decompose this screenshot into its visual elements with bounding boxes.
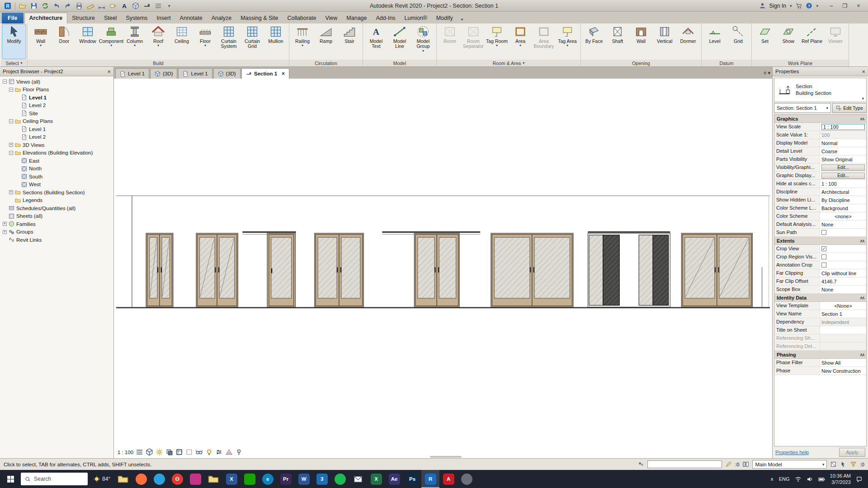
ribbon-tab-insert[interactable]: Insert [152, 13, 175, 23]
property-value[interactable]: <None> [820, 302, 866, 310]
taskbar-item-premiere[interactable]: Pr [277, 470, 295, 488]
ribbon-tab-add-ins[interactable]: Add-Ins [372, 13, 400, 23]
ribbon-tab-massing-site[interactable]: Massing & Site [236, 13, 283, 23]
taskbar-item-edge[interactable]: e [259, 470, 277, 488]
group-header-graphics[interactable]: Graphics∧∧ [774, 115, 866, 123]
view-tab-3d[interactable]: {3D} [150, 68, 177, 79]
sign-in-caret-icon[interactable]: ▾ [790, 4, 792, 8]
property-value[interactable]: None [820, 286, 866, 293]
view-tab-3d[interactable]: {3D} [213, 68, 241, 79]
area-button[interactable]: Area▾ [509, 24, 532, 59]
volume-icon[interactable] [807, 476, 813, 483]
property-value[interactable] [820, 334, 866, 342]
tag-by-category-button[interactable] [108, 1, 118, 10]
property-value[interactable]: By Discipline [820, 196, 866, 204]
wall-button[interactable]: Wall [629, 24, 653, 59]
ribbon-tab-analyze[interactable]: Analyze [207, 13, 236, 23]
taskbar-item-app-x[interactable]: X [222, 470, 241, 488]
checkbox-unchecked-icon[interactable] [821, 263, 826, 267]
ceiling-button[interactable]: Ceiling [170, 24, 193, 59]
property-value[interactable]: Clip without line [820, 269, 866, 277]
temporary-view-properties-icon[interactable] [215, 448, 223, 456]
component-button[interactable]: Component▾ [99, 24, 123, 59]
editable-only-icon[interactable] [725, 461, 732, 468]
taskbar-item-opera[interactable]: O [168, 470, 186, 488]
exclude-options-icon[interactable] [830, 461, 837, 468]
ramp-button[interactable]: Ramp [314, 24, 338, 59]
ribbon-tab-architecture[interactable]: Architecture [24, 13, 68, 23]
default-3d-view-button[interactable] [131, 1, 141, 10]
type-selector-preview[interactable]: Section Building Section ▾ [774, 78, 867, 102]
press-drag-icon[interactable] [840, 461, 847, 468]
property-value[interactable]: Normal [820, 139, 866, 147]
sync-button[interactable] [40, 1, 50, 10]
edit-type-button[interactable]: Edit Type [832, 103, 867, 113]
taskbar-item-photoshop[interactable]: Ps [403, 470, 421, 488]
analytical-model-icon[interactable] [225, 448, 233, 456]
ribbon-display-toggle-icon[interactable]: ▾ [459, 15, 465, 23]
roof-button[interactable]: Roof▾ [146, 24, 170, 59]
property-value[interactable]: Edit... [820, 172, 866, 179]
view-tab-level-1[interactable]: Level 1 [178, 68, 212, 79]
property-value[interactable]: Show Original [820, 155, 866, 163]
property-value[interactable]: Show All [820, 359, 866, 366]
taskbar-item-acrobat[interactable]: A [439, 470, 458, 488]
start-button[interactable] [0, 470, 21, 488]
redo-button[interactable] [63, 1, 73, 10]
ref-plane-button[interactable]: Ref Plane [800, 24, 824, 59]
panel-label-select[interactable]: Select▾ [1, 60, 27, 66]
ribbon-tab-systems[interactable]: Systems [121, 13, 152, 23]
reveal-hidden-icon[interactable] [205, 448, 213, 456]
collapse-icon[interactable]: − [9, 151, 13, 155]
group-header-identity-data[interactable]: Identity Data∧∧ [774, 294, 866, 302]
tree-item-level-2[interactable]: Level 2 [0, 133, 113, 141]
show-button[interactable]: Show [777, 24, 800, 59]
window-button[interactable]: Window [76, 24, 99, 59]
property-value[interactable]: Section 1 [820, 310, 866, 318]
view-tab-level-1[interactable]: Level 1 [115, 68, 149, 79]
save-button[interactable] [29, 1, 39, 10]
model-group-button[interactable]: Model Group▾ [411, 24, 435, 59]
view-tab-list-icon[interactable]: ≡ ▾ [764, 70, 770, 76]
tag-room-button[interactable]: Tag Room▾ [485, 24, 509, 59]
ribbon-tab-view[interactable]: View [321, 13, 342, 23]
property-value[interactable]: 4146.7 [820, 277, 866, 285]
taskbar-item-spotify[interactable] [331, 470, 349, 488]
wifi-icon[interactable] [795, 476, 802, 483]
taskbar-item-libreoffice[interactable] [241, 470, 259, 488]
wall-button[interactable]: Wall▾ [29, 24, 52, 59]
property-value[interactable]: None [820, 221, 866, 228]
tree-item-revit-links[interactable]: Revit Links [0, 236, 113, 244]
level-button[interactable]: Level [703, 24, 726, 59]
taskbar-item-mail[interactable] [349, 470, 367, 488]
curtain-grid-button[interactable]: Curtain Grid [241, 24, 264, 59]
tree-item-schedules-quantities-all[interactable]: Schedules/Quantities (all) [0, 204, 113, 212]
thin-lines-button[interactable] [153, 1, 163, 10]
crop-region-icon[interactable] [175, 448, 183, 456]
by-face-button[interactable]: By Face [582, 24, 606, 59]
battery-icon[interactable] [818, 476, 825, 483]
notification-center-icon[interactable] [856, 476, 863, 483]
language-indicator[interactable]: ENG [779, 476, 790, 482]
panel-label-model[interactable]: Model [363, 60, 436, 66]
dormer-button[interactable]: Dormer [676, 24, 700, 59]
help-icon[interactable]: ? [806, 2, 812, 9]
tree-item-level-1[interactable]: Level 1 [0, 125, 113, 133]
drawing-area[interactable]: 1 : 100 [114, 79, 772, 458]
property-value[interactable] [820, 229, 866, 236]
tree-item-ceiling-plans[interactable]: −Ceiling Plans [0, 117, 113, 126]
type-selector-caret-icon[interactable]: ▾ [862, 96, 864, 101]
sign-in-button[interactable]: Sign In [769, 3, 786, 9]
checkbox-checked-icon[interactable]: ✓ [821, 246, 826, 251]
section-button[interactable] [142, 1, 152, 10]
ribbon-tab-modify[interactable]: Modify [432, 13, 458, 23]
property-value[interactable] [820, 253, 866, 261]
horizontal-scrollbar[interactable] [430, 456, 462, 458]
property-value[interactable]: 1 : 100 [820, 180, 866, 188]
view-scale-input[interactable]: 1 : 100 [821, 124, 865, 130]
properties-help-link[interactable]: Properties help [775, 450, 809, 455]
taskbar-item-firefox[interactable] [132, 470, 150, 488]
ribbon-tab-manage[interactable]: Manage [342, 13, 371, 23]
section-view-drawing[interactable] [114, 79, 772, 458]
property-value[interactable]: Architectural [820, 188, 866, 196]
